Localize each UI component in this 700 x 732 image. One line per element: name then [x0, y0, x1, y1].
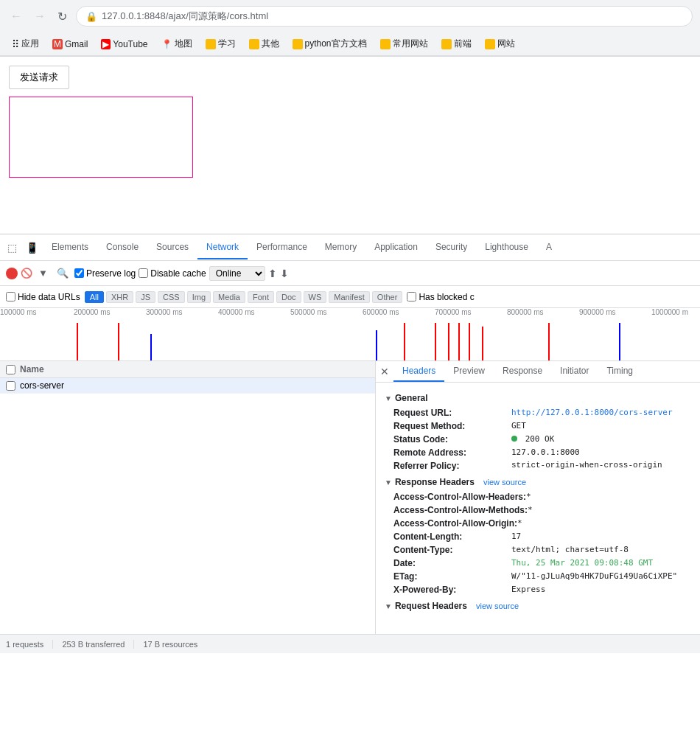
page-content: 发送请求 [0, 57, 700, 234]
request-headers-view-source[interactable]: view source [476, 602, 519, 610]
tab-memory[interactable]: Memory [316, 236, 365, 259]
filter-js[interactable]: JS [136, 291, 155, 303]
filter-button[interactable]: ▼ [35, 266, 51, 280]
timeline-bar-7 [448, 323, 449, 360]
bookmark-other[interactable]: 其他 [245, 36, 284, 52]
tick-500k: 500000 ms [290, 308, 326, 316]
preserve-log-label[interactable]: Preserve log [74, 268, 136, 279]
filter-tags: All XHR JS CSS Img Media Font Doc WS Man… [85, 291, 403, 303]
has-blocked-label[interactable]: Has blocked c [407, 292, 474, 302]
disable-cache-label[interactable]: Disable cache [139, 268, 206, 279]
bookmark-learn[interactable]: 学习 [201, 36, 240, 52]
filter-ws[interactable]: WS [304, 291, 327, 303]
remote-address-row: Remote Address: 127.0.0.1:8000 [385, 446, 691, 459]
general-section-header[interactable]: General [385, 388, 691, 406]
content-length-row: Content-Length: 17 [385, 530, 691, 543]
tick-300k: 300000 ms [146, 308, 182, 316]
tab-console[interactable]: Console [97, 236, 147, 259]
device-toolbar-button[interactable]: 📱 [21, 239, 43, 257]
filter-css[interactable]: CSS [158, 291, 185, 303]
back-button[interactable]: ← [7, 7, 25, 26]
bookmark-apps[interactable]: ⠿ 应用 [7, 36, 43, 52]
detail-close-button[interactable]: ✕ [376, 363, 393, 380]
tab-elements[interactable]: Elements [43, 236, 97, 259]
tick-1000k: 1000000 m [651, 308, 688, 316]
bookmark-website[interactable]: 网站 [480, 36, 519, 52]
status-code-row: Status Code: 200 OK [385, 433, 691, 446]
tick-600k: 600000 ms [363, 308, 399, 316]
bookmark-frontend[interactable]: 前端 [437, 36, 476, 52]
tick-800k: 800000 ms [507, 308, 543, 316]
address-bar[interactable]: 🔒 127.0.0.1:8848/ajax/同源策略/cors.html [76, 6, 693, 27]
content-type-row: Content-Type: text/html; charset=utf-8 [385, 543, 691, 557]
disable-cache-checkbox[interactable] [139, 268, 148, 278]
timeline-bar-3 [150, 334, 152, 360]
bookmark-python[interactable]: python官方文档 [288, 36, 371, 52]
forward-button[interactable]: → [31, 7, 49, 26]
timeline-ruler: 100000 ms 200000 ms 300000 ms 400000 ms … [0, 308, 700, 323]
detail-tab-initiator[interactable]: Initiator [551, 361, 598, 382]
detail-tab-timing[interactable]: Timing [598, 361, 642, 382]
detail-content: General Request URL: http://127.0.0.1:80… [376, 383, 700, 620]
tick-400k: 400000 ms [218, 308, 254, 316]
filter-img[interactable]: Img [187, 291, 211, 303]
throttle-select[interactable]: OnlineFast 3GSlow 3GOffline [209, 266, 265, 281]
response-headers-view-source[interactable]: view source [483, 478, 526, 487]
detail-tabs: ✕ Headers Preview Response Initiator Tim… [376, 361, 700, 383]
tab-network[interactable]: Network [197, 236, 248, 259]
reload-button[interactable]: ↻ [55, 7, 70, 27]
tab-more[interactable]: A [537, 236, 561, 259]
status-bar: 1 requests 253 B transferred 17 B resour… [0, 634, 700, 653]
etag-row: ETag: W/"11-gJLuAq9b4HK7DuFGi49Ua6CiXPE" [385, 570, 691, 583]
tab-security[interactable]: Security [427, 236, 476, 259]
bookmark-gmail[interactable]: M Gmail [48, 38, 92, 51]
import-button[interactable]: ⬆ [268, 268, 277, 279]
status-dot-green [511, 436, 517, 442]
export-button[interactable]: ⬇ [280, 268, 289, 279]
select-all-checkbox[interactable] [6, 365, 15, 374]
timeline-bar-11 [548, 323, 550, 360]
filter-manifest[interactable]: Manifest [329, 291, 370, 303]
table-row[interactable]: cors-server [0, 378, 375, 394]
filter-font[interactable]: Font [248, 291, 274, 303]
detail-tab-preview[interactable]: Preview [444, 361, 494, 382]
tab-performance[interactable]: Performance [248, 236, 316, 259]
network-list: Name cors-server [0, 361, 376, 634]
network-content: Name cors-server ✕ Headers Preview Respo… [0, 361, 700, 634]
devtools-tabs: Elements Console Sources Network Perform… [43, 236, 697, 259]
stop-button[interactable]: 🚫 [21, 268, 32, 279]
tick-700k: 700000 ms [435, 308, 471, 316]
search-button[interactable]: 🔍 [54, 266, 71, 280]
hide-data-urls-label[interactable]: Hide data URLs [6, 292, 80, 302]
timeline-bar-4 [376, 330, 377, 360]
tab-lighthouse[interactable]: Lighthouse [476, 236, 537, 259]
timeline-chart [0, 323, 700, 360]
bookmarks-bar: ⠿ 应用 M Gmail ▶ YouTube 📍 地图 学习 其他 python… [0, 32, 700, 56]
inspect-element-button[interactable]: ⬚ [3, 239, 21, 257]
filter-doc[interactable]: Doc [276, 291, 301, 303]
record-button[interactable] [6, 268, 18, 279]
tick-900k: 900000 ms [579, 308, 615, 316]
hide-data-urls-checkbox[interactable] [6, 292, 15, 301]
bookmark-maps[interactable]: 📍 地图 [157, 36, 197, 52]
preserve-log-checkbox[interactable] [74, 268, 84, 278]
response-headers-section[interactable]: Response Headers view source [385, 473, 691, 490]
detail-tab-response[interactable]: Response [494, 361, 551, 382]
timeline-bar-2 [118, 323, 119, 360]
resources-size: 17 B resources [143, 640, 206, 649]
detail-tab-headers[interactable]: Headers [393, 361, 444, 382]
bookmark-youtube[interactable]: ▶ YouTube [97, 38, 152, 51]
send-request-button[interactable]: 发送请求 [9, 66, 69, 89]
filter-xhr[interactable]: XHR [106, 291, 133, 303]
filter-other[interactable]: Other [372, 291, 403, 303]
bookmark-common[interactable]: 常用网站 [376, 36, 433, 52]
filter-media[interactable]: Media [213, 291, 245, 303]
timeline-bar-1 [77, 323, 78, 360]
request-headers-section[interactable]: Request Headers view source [385, 596, 691, 614]
row-checkbox[interactable] [6, 381, 15, 391]
has-blocked-checkbox[interactable] [407, 292, 416, 301]
tab-application[interactable]: Application [365, 236, 427, 259]
filter-all[interactable]: All [85, 291, 104, 303]
address-text: 127.0.0.1:8848/ajax/同源策略/cors.html [102, 10, 268, 23]
tab-sources[interactable]: Sources [147, 236, 197, 259]
